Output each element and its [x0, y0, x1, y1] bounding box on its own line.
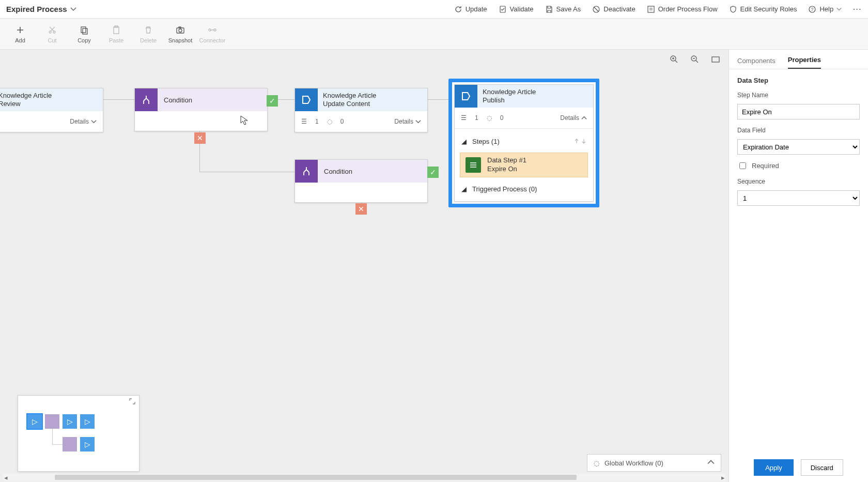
connector-label: Connector [199, 37, 226, 43]
copy-button[interactable]: Copy [68, 20, 100, 48]
save-as-label: Save As [556, 5, 581, 13]
stage-details-toggle[interactable]: Details [394, 118, 421, 125]
global-workflow-label: Global Workflow (0) [605, 459, 663, 467]
edit-roles-label: Edit Security Roles [740, 5, 797, 13]
snapshot-button[interactable]: Snapshot [164, 20, 196, 48]
paste-icon [111, 25, 121, 35]
list-icon: ☰ [301, 118, 307, 125]
copy-icon [79, 25, 89, 35]
svg-rect-2 [648, 6, 654, 12]
tab-properties[interactable]: Properties [788, 56, 821, 69]
update-command[interactable]: Update [454, 5, 487, 13]
delete-button[interactable]: Delete [132, 20, 164, 48]
svg-text:?: ? [811, 7, 814, 12]
sequence-select[interactable]: 1 [737, 190, 860, 206]
step-name-input[interactable] [737, 104, 860, 119]
connector-button[interactable]: Connector [196, 20, 228, 48]
steps-section-header[interactable]: ◢ Steps (1) [455, 132, 593, 150]
discard-button[interactable]: Discard [801, 459, 843, 476]
cut-button[interactable]: Cut [36, 20, 68, 48]
required-checkbox[interactable] [739, 162, 746, 169]
sequence-label: Sequence [737, 178, 860, 185]
snapshot-label: Snapshot [168, 37, 192, 43]
add-label: Add [15, 37, 25, 43]
scroll-left-arrow[interactable]: ◂ [2, 474, 9, 481]
connector-icon [207, 25, 218, 35]
apply-button[interactable]: Apply [754, 459, 794, 476]
stage-details-toggle[interactable]: Details [560, 114, 587, 122]
save-as-command[interactable]: Save As [545, 5, 581, 13]
scroll-thumb[interactable] [55, 475, 577, 480]
svg-point-6 [53, 31, 55, 33]
triggered-section-header[interactable]: ◢ Triggered Process (0) [455, 179, 593, 198]
stage-details-toggle[interactable]: Details [70, 118, 97, 125]
minimap-node[interactable] [63, 437, 77, 451]
order-flow-label: Order Process Flow [658, 5, 718, 13]
minimap-node[interactable]: ▷ [80, 414, 95, 429]
chevron-down-icon [836, 7, 842, 12]
condition-label: Condition [164, 96, 192, 104]
condition-false-chip: ✕ [355, 203, 367, 215]
required-checkbox-row[interactable]: Required [737, 161, 860, 171]
condition-2[interactable]: Condition [295, 159, 428, 203]
copy-label: Copy [78, 37, 91, 43]
stage-update-content[interactable]: Knowledge Article Update Content ☰ 1 ◌ 0… [295, 88, 428, 132]
tab-components[interactable]: Components [737, 57, 776, 69]
counter-icon: ◌ [487, 114, 492, 122]
stage-title-line2: Review [0, 100, 98, 108]
clipboard-check-icon [499, 5, 507, 13]
deactivate-command[interactable]: Deactivate [592, 5, 635, 13]
data-field-select[interactable]: Expiration Date [737, 139, 860, 155]
chevron-down-icon [91, 119, 97, 125]
trash-icon [143, 25, 153, 35]
panel-title: Data Step [737, 77, 860, 84]
minimap-node[interactable]: ▷ [63, 414, 77, 429]
scroll-right-arrow[interactable]: ▸ [719, 474, 726, 481]
global-workflow-bar[interactable]: ◌ Global Workflow (0) [587, 454, 721, 472]
minimap-node[interactable]: ▷ [27, 414, 42, 429]
designer-canvas[interactable]: Knowledge Article Review ◌ 0 Details [0, 50, 729, 482]
stage-review[interactable]: Knowledge Article Review ◌ 0 Details [0, 88, 103, 132]
condition-1[interactable]: Condition [134, 88, 268, 131]
validate-command[interactable]: Validate [499, 5, 534, 13]
connector-line [199, 172, 295, 172]
svg-rect-8 [83, 28, 87, 34]
title-bar: Expired Process Update Validate Save As … [0, 0, 868, 19]
step-subtitle: Expire On [487, 165, 526, 174]
reorder-arrows[interactable] [574, 138, 587, 144]
chevron-down-icon [415, 119, 421, 125]
shield-icon [729, 5, 737, 13]
help-command[interactable]: ? Help [808, 5, 842, 13]
stage-title-line2: Update Content [323, 100, 422, 108]
stage-counter-a: 1 [315, 118, 319, 125]
validate-label: Validate [510, 5, 534, 13]
paste-button[interactable]: Paste [100, 20, 132, 48]
refresh-icon [454, 5, 462, 13]
data-step-icon [466, 157, 481, 173]
minimap-expand-icon[interactable] [129, 398, 136, 406]
data-step-item[interactable]: Data Step #1 Expire On [460, 153, 588, 177]
minimap[interactable]: ▷ ▷ ▷ ▷ [18, 395, 140, 472]
svg-rect-7 [81, 27, 86, 33]
minimap-node[interactable] [45, 414, 59, 429]
stage-counter-a: 1 [475, 114, 478, 122]
connector-line [428, 99, 448, 100]
list-icon: ☰ [461, 114, 467, 122]
stage-publish-selected[interactable]: Knowledge Article Publish ☰ 1 ◌ 0 Detail… [448, 79, 599, 207]
canvas-h-scrollbar[interactable]: ◂ ▸ [3, 474, 725, 481]
chevron-up-icon[interactable] [707, 459, 715, 468]
more-commands[interactable]: ··· [853, 5, 862, 13]
condition-false-chip: ✕ [194, 132, 206, 144]
order-flow-command[interactable]: Order Process Flow [647, 5, 718, 13]
details-label: Details [560, 114, 579, 122]
cut-label: Cut [48, 37, 56, 43]
deactivate-label: Deactivate [603, 5, 635, 13]
save-icon [545, 5, 553, 13]
edit-roles-command[interactable]: Edit Security Roles [729, 5, 797, 13]
stage-title-line1: Knowledge Article [0, 92, 98, 100]
minimap-node[interactable]: ▷ [80, 437, 95, 451]
add-button[interactable]: Add [4, 20, 36, 48]
svg-rect-9 [114, 27, 119, 34]
process-title-dropdown[interactable]: Expired Process [6, 5, 76, 13]
svg-point-12 [179, 29, 182, 32]
